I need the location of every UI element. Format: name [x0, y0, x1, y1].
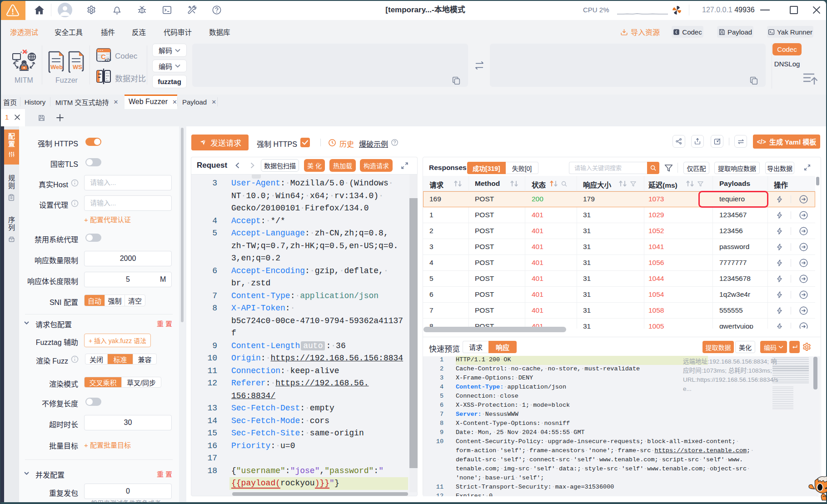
svg-text:WS: WS: [73, 64, 82, 70]
svg-text:</>: </>: [105, 58, 111, 63]
svg-text:Web: Web: [50, 64, 63, 70]
svg-text:10: 10: [106, 53, 109, 56]
